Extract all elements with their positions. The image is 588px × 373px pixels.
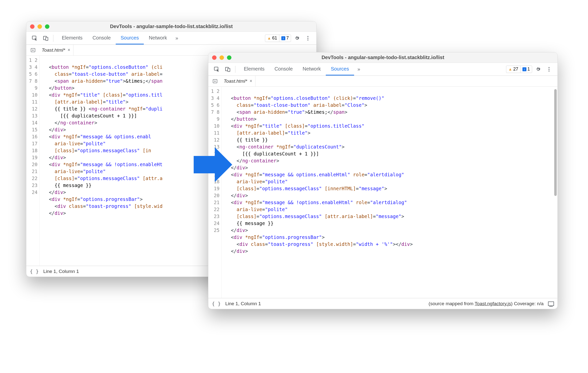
device-toolbar-icon[interactable]	[223, 64, 233, 74]
source-map-link[interactable]: Toast.ngfactory.js	[475, 301, 511, 306]
maximize-window-button[interactable]	[227, 55, 231, 60]
coverage-icon[interactable]	[548, 301, 554, 306]
tab-network[interactable]: Network	[298, 63, 326, 75]
svg-point-10	[549, 67, 550, 68]
maximize-window-button[interactable]	[45, 24, 49, 29]
tab-sources[interactable]: Sources	[116, 32, 144, 44]
svg-point-3	[307, 36, 308, 37]
arrow-icon	[191, 145, 233, 185]
issues-badge[interactable]: ▲27 i1	[506, 66, 532, 73]
settings-icon[interactable]	[533, 64, 543, 74]
device-toolbar-icon[interactable]	[41, 33, 51, 43]
main-toolbar: ElementsConsoleNetworkSources » ▲27 i1	[208, 63, 557, 76]
close-window-button[interactable]	[30, 24, 35, 29]
cursor-position: Line 1, Column 1	[225, 301, 261, 306]
kebab-menu-icon[interactable]	[303, 33, 313, 43]
pretty-print-icon[interactable]: { }	[212, 301, 221, 307]
code-content[interactable]: <button *ngIf="options.closeButton" (cli…	[222, 87, 557, 298]
info-icon: i	[522, 67, 526, 71]
file-tabs-bar: Toast.html* ×	[208, 76, 557, 87]
svg-rect-2	[46, 37, 48, 40]
warning-icon: ▲	[267, 36, 271, 40]
tab-console[interactable]: Console	[269, 63, 297, 75]
scrollbar[interactable]	[554, 89, 557, 196]
svg-point-4	[307, 38, 308, 39]
file-tab[interactable]: Toast.html* ×	[39, 45, 74, 55]
more-tabs-icon[interactable]: »	[355, 66, 363, 72]
window-title: DevTools - angular-sample-todo-list.stac…	[110, 24, 233, 29]
traffic-lights	[30, 24, 49, 29]
svg-point-12	[549, 71, 550, 72]
minimize-window-button[interactable]	[37, 24, 42, 29]
svg-rect-9	[228, 68, 230, 72]
code-editor[interactable]: 1 2 3 4 5 6 7 8 9 10 11 12 13 14 15 16 1…	[208, 87, 557, 298]
more-tabs-icon[interactable]: »	[173, 35, 181, 41]
tab-console[interactable]: Console	[87, 32, 115, 44]
panel-tabs: ElementsConsoleSourcesNetwork	[57, 32, 172, 44]
close-window-button[interactable]	[212, 55, 217, 60]
kebab-menu-icon[interactable]	[544, 64, 554, 74]
status-bar: { } Line 1, Column 1 (source mapped from…	[208, 298, 557, 309]
titlebar: DevTools - angular-sample-todo-list.stac…	[208, 52, 557, 63]
titlebar: DevTools - angular-sample-todo-list.stac…	[26, 21, 316, 32]
info-icon: i	[281, 36, 285, 40]
tab-elements[interactable]: Elements	[239, 63, 269, 75]
close-tab-icon[interactable]: ×	[250, 78, 252, 84]
close-tab-icon[interactable]: ×	[68, 47, 70, 53]
pretty-print-icon[interactable]: { }	[30, 268, 39, 274]
minimize-window-button[interactable]	[220, 55, 224, 60]
line-gutter: 1 2 3 4 5 6 7 8 9 10 11 12 13 14 15 16 1…	[26, 56, 40, 266]
inspect-element-icon[interactable]	[212, 64, 222, 74]
main-toolbar: ElementsConsoleSourcesNetwork » ▲61 i7	[26, 32, 316, 45]
cursor-position: Line 1, Column 1	[43, 269, 79, 274]
tab-elements[interactable]: Elements	[57, 32, 87, 44]
settings-icon[interactable]	[292, 33, 302, 43]
file-tab[interactable]: Toast.html* ×	[221, 76, 256, 86]
tab-sources[interactable]: Sources	[326, 63, 354, 75]
panel-tabs: ElementsConsoleNetworkSources	[239, 63, 354, 75]
navigator-toggle-icon[interactable]	[29, 45, 37, 55]
inspect-element-icon[interactable]	[30, 33, 40, 43]
svg-point-5	[307, 39, 308, 40]
warning-icon: ▲	[508, 67, 512, 72]
issues-badge[interactable]: ▲61 i7	[265, 35, 291, 42]
source-map-info: (source mapped from Toast.ngfactory.js) …	[429, 301, 544, 306]
tab-network[interactable]: Network	[144, 32, 172, 44]
line-gutter: 1 2 3 4 5 6 7 8 9 10 11 12 13 14 15 16 1…	[208, 87, 222, 298]
navigator-toggle-icon[interactable]	[211, 76, 219, 86]
devtools-window-right: DevTools - angular-sample-todo-list.stac…	[208, 52, 558, 309]
traffic-lights	[212, 55, 231, 60]
window-title: DevTools - angular-sample-todo-list.stac…	[322, 55, 444, 60]
svg-point-11	[549, 69, 550, 70]
